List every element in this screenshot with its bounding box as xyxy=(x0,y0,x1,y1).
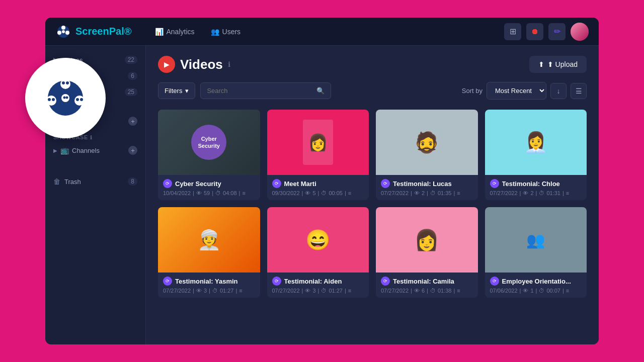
search-icon: 🔍 xyxy=(316,87,325,95)
menu-icon: ≡ xyxy=(457,190,460,196)
logo-text: ScreenPal® xyxy=(75,26,132,37)
nav-users[interactable]: 👥 Users xyxy=(204,25,248,39)
video-grid: CyberSecurity ⟳ Cyber Security 10/04/202… xyxy=(158,110,587,298)
video-meta: 07/27/2022 | 👁 2 | ⏱ 01:31 | ≡ xyxy=(490,190,582,196)
record-btn[interactable]: ⏺ xyxy=(526,23,543,40)
view-icon: 👁 xyxy=(414,288,420,294)
video-thumbnail: 👳‍♀️ xyxy=(158,207,260,273)
video-views: 59 xyxy=(204,190,210,196)
content-header: ▶ Videos ℹ ⬆ ⬆ Upload xyxy=(158,56,587,73)
menu-icon: ≡ xyxy=(566,288,569,294)
main-area: ▶ Videos 22 🖼 Images 6 🧩 Quizzes xyxy=(45,46,599,344)
video-title: Testimonial: Aiden xyxy=(284,278,342,285)
menu-icon: ≡ xyxy=(239,288,242,294)
video-card[interactable]: 👩 ⟳ Testimonial: Camila 07/27/2022 | 👁 6… xyxy=(376,207,478,298)
video-info: ⟳ Cyber Security 10/04/2022 | 👁 59 | ⏱ 0… xyxy=(158,175,260,200)
video-duration: 04:08 xyxy=(223,190,237,196)
video-thumbnail: 👩 xyxy=(376,207,478,273)
video-date: 07/27/2022 xyxy=(381,288,409,294)
user-avatar[interactable] xyxy=(571,23,589,41)
upload-icon: ⬆ xyxy=(538,60,544,68)
channels-icon: 📺 xyxy=(60,146,69,154)
video-duration: 01:38 xyxy=(438,288,452,294)
video-duration: 00:05 xyxy=(329,190,343,196)
sort-direction-btn[interactable]: ↓ xyxy=(550,83,567,99)
svg-point-1 xyxy=(60,79,70,89)
clock-icon: ⏱ xyxy=(430,190,436,196)
sort-label: Sort by xyxy=(462,87,482,95)
upload-button[interactable]: ⬆ ⬆ Upload xyxy=(529,56,587,73)
svg-point-2 xyxy=(62,81,65,84)
svg-point-3 xyxy=(66,81,69,84)
view-icon: 👁 xyxy=(196,190,202,196)
page-title-row: ▶ Videos ℹ xyxy=(158,56,230,73)
video-views: 2 xyxy=(422,190,425,196)
video-card[interactable]: 😄 ⟳ Testimonial: Aiden 07/27/2022 | 👁 3 … xyxy=(267,207,369,298)
video-title: Testimonial: Yasmin xyxy=(175,278,238,285)
video-card[interactable]: CyberSecurity ⟳ Cyber Security 10/04/202… xyxy=(158,110,260,200)
sidebar-channels[interactable]: ▶ 📺 Channels + xyxy=(45,142,145,158)
video-date: 10/04/2022 xyxy=(163,190,191,196)
clock-icon: ⏱ xyxy=(321,190,327,196)
video-card[interactable]: 🧔 ⟳ Testimonial: Lucas 07/27/2022 | 👁 2 … xyxy=(376,110,478,200)
video-info: ⟳ Testimonial: Aiden 07/27/2022 | 👁 3 | … xyxy=(267,273,369,298)
video-card[interactable]: 👥 ⟳ Employee Orientatio... 07/06/2022 | … xyxy=(485,207,587,298)
chevron-down-icon: ▾ xyxy=(185,87,189,95)
view-icon: 👁 xyxy=(305,288,310,294)
video-meta: 07/06/2022 | 👁 1 | ⏱ 00:07 | ≡ xyxy=(490,288,582,294)
analytics-icon: 📊 xyxy=(155,28,164,36)
video-duration: 01:35 xyxy=(438,190,452,196)
view-icon: 👁 xyxy=(523,190,528,196)
sidebar-item-trash[interactable]: 🗑 Trash 8 xyxy=(45,173,145,190)
app-window: ScreenPal® 📊 Analytics 👥 Users ⊞ ⏺ ✏ xyxy=(45,18,599,344)
screenshot-btn[interactable]: ⊞ xyxy=(504,23,521,40)
video-title: Meet Marti xyxy=(284,180,316,188)
filters-dropdown[interactable]: Filters ▾ xyxy=(158,82,195,99)
video-title: Employee Orientatio... xyxy=(502,278,571,285)
share-icon: ⟳ xyxy=(163,179,172,188)
video-views: 3 xyxy=(204,288,207,294)
video-info: ⟳ Testimonial: Yasmin 07/27/2022 | 👁 3 |… xyxy=(158,273,260,298)
video-meta: 07/27/2022 | 👁 6 | ⏱ 01:38 | ≡ xyxy=(381,288,473,294)
video-info: ⟳ Testimonial: Chloe 07/27/2022 | 👁 2 | … xyxy=(485,175,587,200)
chevron-icon-2: ▶ xyxy=(53,148,57,153)
video-info: ⟳ Meet Marti 09/30/2022 | 👁 5 | ⏱ 00:05 … xyxy=(267,175,369,200)
sort-dropdown[interactable]: Most Recent xyxy=(487,82,546,100)
video-card[interactable]: 👳‍♀️ ⟳ Testimonial: Yasmin 07/27/2022 | … xyxy=(158,207,260,298)
video-info: ⟳ Testimonial: Lucas 07/27/2022 | 👁 2 | … xyxy=(376,175,478,200)
view-list-btn[interactable]: ☰ xyxy=(571,83,587,99)
video-date: 07/27/2022 xyxy=(381,190,409,196)
video-views: 6 xyxy=(422,288,425,294)
search-input[interactable] xyxy=(207,87,312,95)
view-icon: 👁 xyxy=(523,288,528,294)
video-thumbnail: 😄 xyxy=(267,207,369,273)
video-card[interactable]: 👩 ⟳ Meet Marti 09/30/2022 | 👁 5 | ⏱ 00:0… xyxy=(267,110,369,200)
clock-icon: ⏱ xyxy=(539,190,544,196)
video-card[interactable]: 👩‍💼 ⟳ Testimonial: Chloe 07/27/2022 | 👁 … xyxy=(485,110,587,200)
view-icon: 👁 xyxy=(305,190,310,196)
video-meta: 07/27/2022 | 👁 3 | ⏱ 01:27 | ≡ xyxy=(163,288,255,294)
clock-icon: ⏱ xyxy=(212,288,218,294)
svg-point-9 xyxy=(80,98,83,101)
svg-point-11 xyxy=(63,97,66,99)
video-duration: 01:31 xyxy=(546,190,560,196)
video-duration: 01:27 xyxy=(220,288,234,294)
add-channel-btn[interactable]: + xyxy=(128,146,137,155)
add-folder-btn[interactable]: + xyxy=(128,117,137,126)
svg-point-8 xyxy=(76,98,79,101)
share-icon: ⟳ xyxy=(490,277,499,286)
nav-analytics[interactable]: 📊 Analytics xyxy=(148,25,202,39)
play-icon: ▶ xyxy=(158,56,175,73)
video-meta: 07/27/2022 | 👁 2 | ⏱ 01:35 | ≡ xyxy=(381,190,473,196)
video-thumbnail: 👩‍💼 xyxy=(485,110,587,175)
svg-point-5 xyxy=(48,98,51,101)
edit-btn[interactable]: ✏ xyxy=(548,23,566,40)
menu-icon: ≡ xyxy=(348,288,351,294)
clock-icon: ⏱ xyxy=(215,190,221,196)
view-icon: 👁 xyxy=(196,288,202,294)
svg-point-15 xyxy=(57,31,61,35)
nav-actions: ⊞ ⏺ ✏ xyxy=(504,23,589,41)
share-icon: ⟳ xyxy=(381,277,390,286)
video-meta: 07/27/2022 | 👁 3 | ⏱ 01:27 | ≡ xyxy=(272,288,364,294)
video-date: 07/06/2022 xyxy=(490,288,518,294)
